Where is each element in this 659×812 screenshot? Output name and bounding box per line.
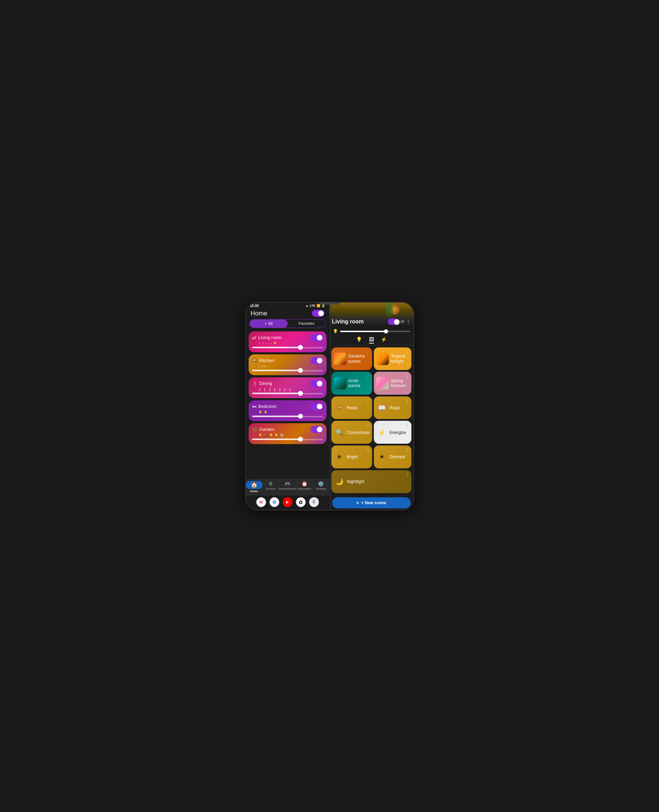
nav-settings[interactable]: ⚙️ Settings (313, 480, 329, 494)
dimmed-menu[interactable]: ⋮ (405, 448, 409, 453)
savanna-label: Savanna sunset (348, 354, 370, 364)
kitchen-slider[interactable] (252, 370, 323, 372)
energize-icon-container: ⚡ (376, 427, 388, 438)
signal-display: ▲ LTE 📶 🔋 (305, 304, 325, 307)
garden-name: Garden (259, 427, 274, 432)
tropical-thumb (376, 353, 389, 365)
room-card-living-room[interactable]: 🛋 Living room ⌇ ☽ ─ ─ 💡 (249, 331, 326, 352)
dining-name: Dining (259, 381, 272, 386)
brightness-icon: 💡 (333, 329, 338, 334)
left-panel: 10:00 ▲ LTE 📶 🔋 Home ✓ All Favorites (246, 303, 330, 510)
brightness-section: 💡 (330, 327, 413, 335)
energize-menu[interactable]: ⋮ (405, 423, 409, 428)
settings-nav-icon: ⚙️ (318, 481, 324, 487)
nav-automation[interactable]: ⏰ Automation (296, 480, 313, 494)
nav-devices[interactable]: ⚙ Devices (263, 480, 279, 494)
kitchen-toggle[interactable] (311, 357, 323, 364)
concentrate-label: Concentrate (347, 430, 370, 435)
brightness-slider[interactable] (340, 331, 410, 332)
concentrate-menu[interactable]: ⋮ (366, 423, 370, 428)
bottom-nav: 🏠 Home ⚙ Devices 🎮 Entertainment ⏰ Autom… (246, 479, 330, 495)
room-card-dining[interactable]: 🍴 Dining ❙ ❙ ❙ ❙ ❙ ❙ ❙ (249, 377, 326, 398)
living-room-slider[interactable] (252, 347, 323, 349)
scene-dimmed[interactable]: ⋮ ☀ Dimmed (374, 445, 411, 468)
scene-tropical-twilight[interactable]: ⋮ Tropical twilight (374, 347, 411, 371)
relax-icon: 🪑 (336, 404, 343, 412)
savanna-menu[interactable]: ⋮ (366, 350, 370, 354)
right-more-menu[interactable]: ⋮ (406, 319, 411, 325)
relax-label: Relax (347, 405, 358, 410)
relax-menu[interactable]: ⋮ (366, 399, 370, 404)
read-menu[interactable]: ⋮ (405, 399, 409, 404)
concentrate-icon: 🔍 (336, 429, 343, 437)
dock-gmail-icon[interactable]: M (256, 497, 266, 507)
arctic-thumb (334, 377, 346, 389)
new-scene-label: + New scene (361, 500, 386, 505)
concentrate-icon-container: 🔍 (334, 427, 345, 438)
bedroom-slider[interactable] (252, 416, 323, 418)
right-room-toggle[interactable] (388, 318, 398, 325)
left-header: Home (246, 309, 330, 319)
relax-icon-container: 🪑 (334, 402, 345, 413)
garden-toggle[interactable] (311, 426, 323, 433)
dining-devices: ❙ ❙ ❙ ❙ ❙ ❙ ❙ (259, 388, 323, 391)
arctic-menu[interactable]: ⋮ (366, 374, 370, 379)
dock-grid-icon[interactable]: ⠿ (309, 497, 319, 507)
scene-arctic-aurora[interactable]: ⋮ Arctic aurora (331, 372, 372, 395)
tab-power[interactable]: ⚡ (381, 337, 387, 344)
tropical-label: Tropical twilight (391, 354, 409, 364)
scene-nightlight[interactable]: ⋮ 🌙 Nightlight (331, 470, 411, 493)
living-room-toggle[interactable] (311, 334, 323, 341)
entertainment-nav-icon: 🎮 (284, 481, 290, 487)
bedroom-toggle[interactable] (311, 403, 323, 410)
right-room-title: Living room (332, 318, 388, 325)
entertainment-nav-label: Entertainment (279, 487, 296, 490)
home-toggle[interactable] (312, 310, 325, 317)
spring-menu[interactable]: ⋮ (405, 374, 409, 379)
scenes-grid: ⋮ Savanna sunset ⋮ Tropical twilight (330, 345, 413, 495)
new-scene-button[interactable]: + + New scene (332, 497, 411, 508)
energize-icon: ⚡ (378, 429, 386, 437)
bedroom-devices: 💡 💡 (259, 411, 323, 414)
room-card-kitchen[interactable]: 🍳 Kitchen □ ≡≡ ᵖ (249, 354, 326, 375)
nightlight-menu[interactable]: ⋮ (405, 472, 409, 477)
filter-tab-all[interactable]: ✓ All (250, 320, 288, 328)
right-panel: Living room ZZᶻ ⋮ 💡 (330, 303, 413, 510)
home-nav-label: Home (250, 490, 258, 493)
scene-relax[interactable]: ⋮ 🪑 Relax (331, 396, 372, 419)
scene-bright[interactable]: ⋮ ✳ Bright (331, 445, 372, 468)
room-card-bedroom[interactable]: 🛏 Bedroom 💡 💡 (249, 400, 326, 421)
scene-savanna-sunset[interactable]: ⋮ Savanna sunset (331, 347, 372, 371)
dimmed-icon: ☀ (379, 453, 385, 461)
scene-read[interactable]: ⋮ 📖 Read (374, 396, 411, 419)
garden-devices: 💡 🔌 💡 💡 📡 (259, 434, 323, 437)
arctic-label: Arctic aurora (348, 378, 370, 388)
dock-youtube-icon[interactable]: ▶ (283, 497, 292, 507)
scene-spring-blossom[interactable]: ⋮ Spring blossom (374, 372, 411, 395)
tropical-menu[interactable]: ⋮ (405, 350, 409, 354)
scene-concentrate[interactable]: ⋮ 🔍 Concentrate (331, 421, 372, 444)
dock-photos-icon[interactable]: ✿ (296, 497, 306, 507)
tab-scene[interactable]: 🖼 (369, 337, 374, 344)
kitchen-devices: □ ≡≡ ᵖ (259, 365, 323, 368)
living-room-icon: 🛋 (252, 335, 256, 340)
spring-thumb (376, 377, 389, 389)
nav-home[interactable]: 🏠 Home (246, 480, 263, 494)
garden-slider[interactable] (252, 438, 323, 441)
right-header-content: Living room ZZᶻ ⋮ (330, 303, 413, 327)
dimmed-icon-container: ☀ (376, 451, 388, 462)
filter-tab-favorites[interactable]: Favorites (288, 320, 325, 328)
dining-slider[interactable] (252, 393, 323, 395)
living-room-name: Living room (259, 335, 282, 340)
tab-light[interactable]: 💡 (356, 337, 362, 344)
nav-entertainment[interactable]: 🎮 Entertainment (279, 480, 296, 494)
devices-nav-icon: ⚙ (268, 481, 273, 487)
devices-nav-label: Devices (266, 487, 276, 490)
living-room-devices: ⌇ ☽ ─ ─ 💡 (259, 342, 323, 345)
bright-menu[interactable]: ⋮ (366, 448, 370, 453)
dining-toggle[interactable] (311, 380, 323, 387)
scene-energize[interactable]: ⋮ ⚡ Energize (374, 421, 411, 444)
settings-nav-label: Settings (316, 487, 326, 490)
room-card-garden[interactable]: 🌿 Garden 💡 🔌 💡 💡 📡 (249, 423, 326, 444)
dock-chrome-icon[interactable] (270, 497, 279, 507)
